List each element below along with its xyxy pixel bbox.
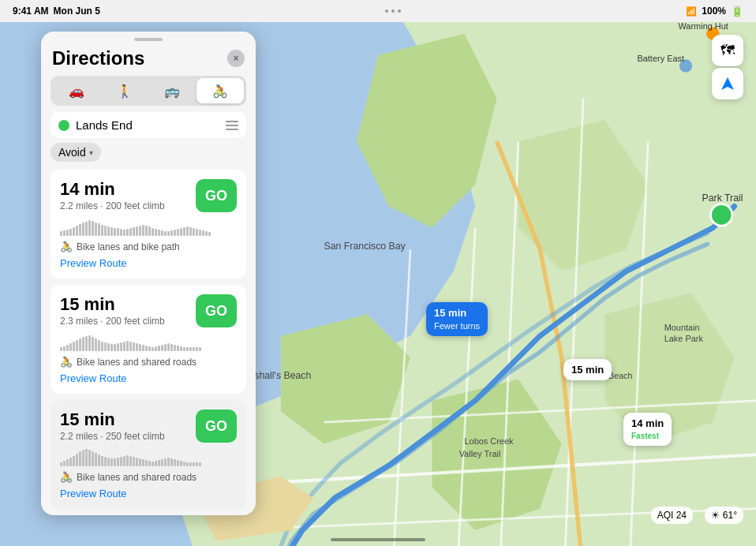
origin-field[interactable]: Lands End	[51, 112, 246, 138]
home-indicator	[331, 538, 425, 541]
route-2-elevation	[60, 332, 237, 351]
callout-fastest-time: 14 min	[631, 417, 664, 431]
origin-dot	[58, 120, 69, 131]
route-2-go-button[interactable]: GO	[196, 294, 237, 327]
svg-text:Warming Hut: Warming Hut	[678, 22, 728, 31]
transport-tab-transit[interactable]: 🚌	[148, 78, 196, 103]
route-1-details: 2.2 miles · 200 feet climb	[60, 200, 165, 211]
route-1-elevation	[60, 217, 237, 236]
status-right: 📶 100% 🔋	[686, 6, 743, 17]
transport-tab-bike[interactable]: 🚴	[196, 78, 245, 103]
transport-tabs: 🚗 🚶 🚌 🚴	[51, 76, 246, 106]
weather-icon: ☀	[711, 510, 720, 521]
hamburger-icon[interactable]	[226, 121, 238, 130]
route-3-type-text: Bike lanes and shared roads	[77, 472, 196, 483]
map-type-button[interactable]: 🗺	[712, 35, 743, 66]
svg-text:San Francisco Bay: San Francisco Bay	[324, 241, 406, 252]
route-1-preview-link[interactable]: Preview Route	[60, 257, 237, 269]
transport-tab-drive[interactable]: 🚗	[53, 78, 101, 103]
status-bar: 9:41 AM Mon Jun 5 📶 100% 🔋	[0, 0, 756, 22]
status-time: 9:41 AM	[13, 6, 49, 17]
aqi-badge: AQI 24	[651, 507, 693, 524]
route-2-type-text: Bike lanes and shared roads	[77, 357, 196, 368]
close-button[interactable]: ×	[227, 50, 245, 67]
route-3-go-button[interactable]: GO	[196, 410, 237, 443]
bike-lane-icon-2: 🚴	[60, 356, 73, 368]
route-2-details: 2.3 miles · 200 feet climb	[60, 316, 165, 327]
battery-text: 100%	[702, 6, 726, 17]
bike-lane-icon-3: 🚴	[60, 471, 73, 483]
route-1-type-text: Bike lanes and bike path	[77, 241, 180, 252]
svg-point-22	[711, 204, 732, 226]
weather-badge: ☀ 61°	[705, 507, 743, 524]
map-button-group: 🗺	[712, 35, 743, 99]
svg-text:Battery East: Battery East	[637, 54, 684, 63]
origin-text: Lands End	[76, 118, 226, 132]
callout-fewer-turns-label: Fewer turns	[434, 320, 480, 331]
route-2-type: 🚴 Bike lanes and shared roads	[60, 356, 237, 368]
route-3-type: 🚴 Bike lanes and shared roads	[60, 471, 237, 483]
routes-container[interactable]: 14 min 2.2 miles · 200 feet climb GO	[41, 170, 256, 515]
weather-temp: 61°	[723, 510, 737, 521]
callout-fewer-turns[interactable]: 15 min Fewer turns	[426, 302, 488, 336]
chevron-down-icon: ▾	[89, 148, 93, 157]
status-left: 9:41 AM Mon Jun 5	[13, 6, 100, 17]
callout-15min[interactable]: 15 min	[563, 359, 612, 380]
status-dots	[385, 9, 401, 13]
route-2-preview-link[interactable]: Preview Route	[60, 372, 237, 384]
svg-text:Park Trail: Park Trail	[702, 193, 743, 204]
location-button[interactable]	[712, 68, 743, 99]
route-card-1[interactable]: 14 min 2.2 miles · 200 feet climb GO	[51, 170, 246, 279]
svg-text:Lobos Creek: Lobos Creek	[464, 436, 514, 446]
panel-handle	[134, 38, 163, 41]
route-2-time: 15 min	[60, 294, 165, 315]
svg-text:Mountain: Mountain	[664, 323, 700, 332]
route-3-time: 15 min	[60, 410, 165, 430]
route-3-details: 2.2 miles · 250 feet climb	[60, 431, 165, 442]
svg-text:Lake Park: Lake Park	[664, 334, 704, 343]
svg-marker-26	[721, 77, 734, 90]
callout-fewer-turns-time: 15 min	[434, 307, 480, 320]
bike-lane-icon: 🚴	[60, 241, 73, 252]
callout-15min-text: 15 min	[571, 364, 604, 376]
callout-fastest[interactable]: 14 min Fastest	[623, 413, 672, 446]
transport-tab-walk[interactable]: 🚶	[101, 78, 149, 103]
directions-panel: Directions × 🚗 🚶 🚌 🚴 Lands End Avoid ▾ 1…	[41, 32, 256, 515]
route-card-2[interactable]: 15 min 2.3 miles · 200 feet climb GO	[51, 285, 246, 394]
status-date: Mon Jun 5	[54, 6, 100, 17]
route-1-type: 🚴 Bike lanes and bike path	[60, 241, 237, 252]
avoid-button[interactable]: Avoid ▾	[51, 143, 101, 162]
route-3-preview-link[interactable]: Preview Route	[60, 488, 237, 499]
panel-title: Directions	[52, 47, 144, 69]
panel-header: Directions ×	[41, 44, 256, 76]
battery-icon: 🔋	[731, 6, 743, 17]
route-3-elevation	[60, 447, 237, 466]
callout-fastest-label: Fastest	[631, 431, 664, 441]
aqi-text: AQI 24	[657, 510, 687, 521]
avoid-label: Avoid	[58, 146, 86, 159]
route-1-time: 14 min	[60, 179, 165, 200]
route-1-go-button[interactable]: GO	[196, 179, 237, 212]
route-card-3[interactable]: 15 min 2.2 miles · 250 feet climb GO	[51, 400, 246, 509]
wifi-icon: 📶	[686, 6, 697, 17]
svg-text:Valley Trail: Valley Trail	[459, 449, 501, 458]
